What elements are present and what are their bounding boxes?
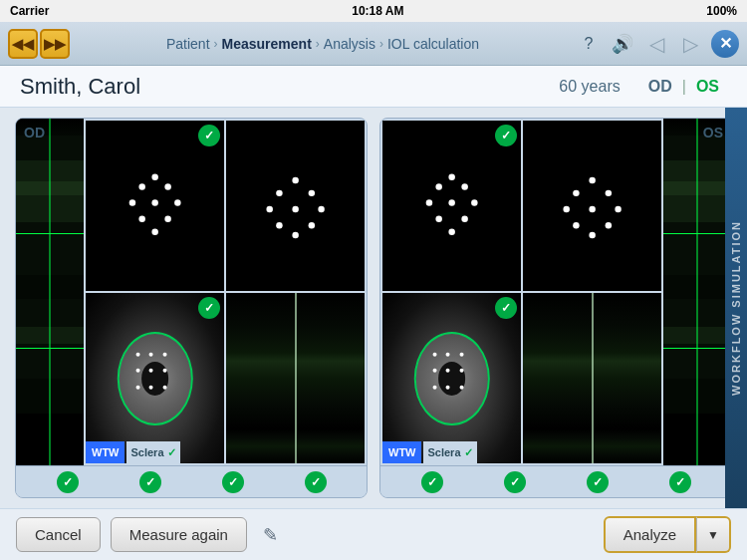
eye-tab-od[interactable]: OD bbox=[640, 76, 680, 98]
os-ultrasound-line bbox=[592, 293, 594, 463]
nav-bar: ◀◀ ▶▶ Patient › Measurement › Analysis ›… bbox=[0, 22, 747, 66]
os-eye-dot bbox=[432, 352, 436, 356]
back-arrow-icon[interactable]: ◁ bbox=[643, 31, 669, 57]
os-eye-panel: OS bbox=[379, 118, 732, 498]
svg-point-1 bbox=[151, 173, 157, 179]
svg-point-7 bbox=[138, 215, 144, 221]
next-button[interactable]: ▶▶ bbox=[40, 29, 70, 59]
svg-point-27 bbox=[435, 215, 441, 221]
svg-point-4 bbox=[129, 199, 135, 205]
os-sclera-label: Sclera ✓ bbox=[423, 441, 476, 463]
od-check-1: ✓ bbox=[57, 471, 79, 493]
os-image-grid: ✓ bbox=[380, 119, 663, 465]
svg-point-34 bbox=[563, 206, 569, 212]
analyze-dropdown-button[interactable]: ▼ bbox=[696, 516, 731, 553]
svg-point-21 bbox=[448, 173, 454, 179]
svg-point-2 bbox=[138, 183, 144, 189]
eye-divider: | bbox=[682, 78, 686, 96]
os-eye-dot bbox=[446, 352, 450, 356]
od-eye-dot bbox=[149, 352, 153, 356]
od-eye-dot bbox=[149, 369, 153, 373]
od-cell-topleft: ✓ bbox=[86, 121, 224, 291]
close-button[interactable]: ✕ bbox=[711, 30, 739, 58]
breadcrumb-measurement[interactable]: Measurement bbox=[222, 36, 312, 52]
os-eye-dot bbox=[432, 386, 436, 390]
os-check-2: ✓ bbox=[504, 471, 526, 493]
svg-point-18 bbox=[308, 222, 314, 228]
edit-icon[interactable]: ✎ bbox=[263, 524, 278, 546]
svg-point-23 bbox=[461, 183, 467, 189]
svg-point-36 bbox=[615, 206, 621, 212]
eye-tab-os[interactable]: OS bbox=[688, 76, 727, 98]
breadcrumb: Patient › Measurement › Analysis › IOL c… bbox=[76, 36, 570, 52]
analyze-button[interactable]: Analyze bbox=[604, 516, 696, 553]
os-dots-pattern-2 bbox=[544, 146, 640, 266]
os-eye-dot bbox=[432, 369, 436, 373]
svg-point-25 bbox=[448, 199, 454, 205]
os-topleft-check: ✓ bbox=[495, 125, 517, 146]
svg-point-38 bbox=[605, 222, 611, 228]
breadcrumb-iol[interactable]: IOL calculation bbox=[387, 36, 479, 52]
od-dots-pattern bbox=[107, 146, 203, 266]
measure-again-button[interactable]: Measure again bbox=[111, 517, 247, 552]
os-dots-pattern bbox=[403, 146, 500, 266]
sound-icon[interactable]: 🔊 bbox=[610, 31, 635, 57]
os-cell-botright bbox=[523, 293, 661, 463]
analyze-btn-group: Analyze ▼ bbox=[604, 516, 731, 553]
action-bar: Cancel Measure again ✎ Analyze ▼ bbox=[0, 508, 747, 560]
od-topleft-check: ✓ bbox=[198, 125, 220, 146]
breadcrumb-patient[interactable]: Patient bbox=[166, 36, 210, 52]
svg-point-31 bbox=[589, 176, 595, 182]
od-sclera-check: ✓ bbox=[167, 446, 176, 459]
battery-label: 100% bbox=[706, 4, 737, 18]
patient-name: Smith, Carol bbox=[20, 74, 559, 100]
os-cell-topleft: ✓ bbox=[382, 121, 521, 291]
os-eye-dot bbox=[446, 369, 450, 373]
svg-point-3 bbox=[164, 183, 170, 189]
help-icon[interactable]: ? bbox=[576, 31, 602, 57]
od-eye-dot bbox=[135, 352, 139, 356]
status-bar: Carrier 10:18 AM 100% bbox=[0, 0, 747, 22]
svg-point-28 bbox=[461, 215, 467, 221]
breadcrumb-sep-1: › bbox=[214, 37, 218, 51]
svg-point-22 bbox=[435, 183, 441, 189]
os-eye-dot bbox=[446, 386, 450, 390]
nav-arrow-buttons: ◀◀ ▶▶ bbox=[8, 29, 70, 59]
os-cell-botleft: ✓ WTW Sclera ✓ bbox=[382, 293, 521, 463]
od-eye-dot bbox=[163, 369, 167, 373]
time-label: 10:18 AM bbox=[352, 4, 403, 18]
prev-button[interactable]: ◀◀ bbox=[8, 29, 38, 59]
os-check-row: ✓ ✓ ✓ ✓ bbox=[380, 465, 731, 497]
od-dots-pattern-2 bbox=[247, 146, 344, 266]
os-eye-dots bbox=[432, 352, 471, 400]
svg-point-39 bbox=[589, 231, 595, 237]
svg-point-33 bbox=[605, 189, 611, 195]
od-image-grid: ✓ bbox=[84, 119, 367, 465]
svg-point-26 bbox=[471, 199, 477, 205]
os-eye-dot bbox=[460, 369, 464, 373]
od-eye-dot bbox=[149, 386, 153, 390]
nav-icons: ? 🔊 ◁ ▷ ✕ bbox=[576, 30, 739, 58]
od-cell-botleft: ✓ WTW Sclera ✓ bbox=[86, 293, 224, 463]
svg-point-15 bbox=[292, 206, 298, 212]
os-oct-side bbox=[663, 119, 731, 465]
svg-point-29 bbox=[448, 228, 454, 234]
os-wtw-bar: WTW Sclera ✓ bbox=[382, 441, 521, 463]
od-check-row: ✓ ✓ ✓ ✓ bbox=[16, 465, 367, 497]
svg-point-24 bbox=[426, 199, 432, 205]
cancel-button[interactable]: Cancel bbox=[16, 517, 101, 552]
svg-point-11 bbox=[292, 176, 298, 182]
os-check-1: ✓ bbox=[421, 471, 443, 493]
svg-point-19 bbox=[292, 231, 298, 237]
forward-arrow-icon[interactable]: ▷ bbox=[677, 31, 703, 57]
od-label: OD bbox=[24, 125, 45, 140]
svg-point-37 bbox=[573, 222, 579, 228]
os-eye-dot bbox=[460, 386, 464, 390]
svg-point-6 bbox=[174, 199, 180, 205]
od-eye-dot bbox=[163, 386, 167, 390]
breadcrumb-analysis[interactable]: Analysis bbox=[324, 36, 375, 52]
od-cell-topright bbox=[226, 121, 365, 291]
os-label: OS bbox=[703, 125, 723, 140]
carrier-label: Carrier bbox=[10, 4, 49, 18]
od-eye-dot bbox=[135, 369, 139, 373]
